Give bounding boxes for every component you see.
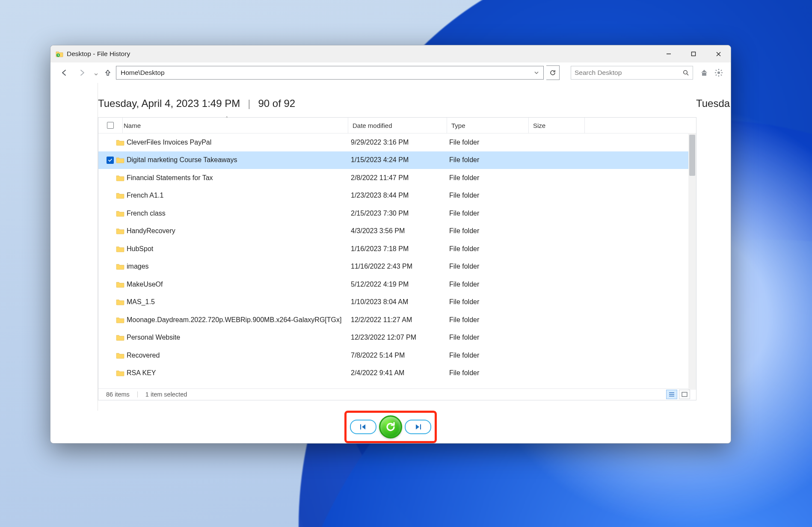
file-name: CleverFiles Invoices PayPal xyxy=(127,139,347,146)
file-name: HubSpot xyxy=(127,245,347,253)
maximize-button[interactable] xyxy=(681,45,706,62)
svg-rect-2 xyxy=(692,52,696,56)
previous-version-button[interactable] xyxy=(350,420,376,434)
file-date: 2/4/2022 9:41 AM xyxy=(347,369,445,377)
file-row[interactable]: MakeUseOf 5/12/2022 4:19 PM File folder xyxy=(98,275,696,293)
file-type: File folder xyxy=(445,245,526,253)
version-position: 90 of 92 xyxy=(258,98,295,110)
tutorial-highlight xyxy=(344,411,437,443)
file-name: RSA KEY xyxy=(127,369,347,377)
file-name: images xyxy=(127,263,347,270)
svg-rect-20 xyxy=(360,424,361,429)
vertical-scrollbar[interactable] xyxy=(688,133,696,390)
svg-point-5 xyxy=(684,70,687,74)
file-name: Financial Statements for Tax xyxy=(127,174,347,182)
file-type: File folder xyxy=(445,263,526,270)
details-view-toggle[interactable] xyxy=(666,390,677,399)
file-name: HandyRecovery xyxy=(127,227,347,235)
version-datetime: Tuesday, April 4, 2023 1:49 PM xyxy=(98,98,240,110)
close-button[interactable] xyxy=(706,45,731,62)
svg-rect-14 xyxy=(715,74,717,76)
file-type: File folder xyxy=(445,174,526,182)
version-timestamp: Tuesday, April 4, 2023 1:49 PM | 90 of 9… xyxy=(98,83,696,117)
file-row[interactable]: French A1.1 1/23/2023 8:44 PM File folde… xyxy=(98,187,696,205)
address-bar[interactable]: Home\Desktop xyxy=(116,66,544,80)
address-dropdown-icon[interactable] xyxy=(532,70,541,75)
back-button[interactable] xyxy=(56,65,72,80)
file-date: 12/23/2022 12:07 PM xyxy=(347,334,445,341)
folder-icon xyxy=(114,334,127,341)
file-type: File folder xyxy=(445,334,526,341)
restore-button[interactable] xyxy=(379,415,402,438)
select-all-checkbox[interactable] xyxy=(98,118,123,133)
file-row[interactable]: CleverFiles Invoices PayPal 9/29/2022 3:… xyxy=(98,133,696,151)
settings-button[interactable] xyxy=(713,67,725,79)
folder-icon xyxy=(114,246,127,252)
home-button[interactable] xyxy=(698,67,710,79)
column-header-type[interactable]: Type xyxy=(447,118,529,133)
folder-icon xyxy=(114,210,127,217)
scroll-thumb[interactable] xyxy=(689,135,695,176)
file-row[interactable]: HandyRecovery 4/3/2023 3:56 PM File fold… xyxy=(98,222,696,240)
current-version-panel: Tuesday, April 4, 2023 1:49 PM | 90 of 9… xyxy=(98,83,696,411)
next-version-button[interactable] xyxy=(405,420,431,434)
column-header-name[interactable]: ˄ Name xyxy=(123,118,348,133)
column-header-date[interactable]: Date modified xyxy=(348,118,447,133)
file-row[interactable]: Financial Statements for Tax 2/8/2022 11… xyxy=(98,169,696,187)
file-date: 5/12/2022 4:19 PM xyxy=(347,281,445,288)
column-header-size[interactable]: Size xyxy=(529,118,585,133)
file-row[interactable]: Digital marketing Course Takeaways 1/15/… xyxy=(98,151,696,169)
title-bar[interactable]: Desktop - File History xyxy=(50,45,731,62)
file-row[interactable]: HubSpot 1/16/2023 7:18 PM File folder xyxy=(98,240,696,258)
file-name: Personal Website xyxy=(127,334,347,341)
file-name: MAS_1.5 xyxy=(127,298,347,306)
file-history-window: Desktop - File History ⌄ xyxy=(50,45,731,444)
file-date: 12/2/2022 11:27 AM xyxy=(347,316,445,324)
folder-icon xyxy=(114,192,127,199)
search-placeholder: Search Desktop xyxy=(575,69,622,77)
file-row[interactable]: Personal Website 12/23/2022 12:07 PM Fil… xyxy=(98,329,696,347)
file-date: 11/16/2022 2:43 PM xyxy=(347,263,445,270)
file-row[interactable]: MAS_1.5 1/10/2023 8:04 AM File folder xyxy=(98,293,696,311)
file-name: Recovered xyxy=(127,352,347,359)
row-checkbox[interactable] xyxy=(107,157,114,164)
svg-rect-9 xyxy=(718,75,719,77)
file-row[interactable]: French class 2/15/2023 7:30 PM File fold… xyxy=(98,204,696,222)
up-button[interactable] xyxy=(102,65,113,80)
forward-button[interactable] xyxy=(74,65,90,80)
file-row[interactable]: Moonage.Daydream.2022.720p.WEBRip.900MB.… xyxy=(98,311,696,329)
file-name: French class xyxy=(127,210,347,217)
window-title: Desktop - File History xyxy=(67,50,130,58)
folder-icon xyxy=(114,263,127,270)
file-type: File folder xyxy=(445,227,526,235)
next-version-peek[interactable] xyxy=(696,83,731,411)
file-type: File folder xyxy=(445,156,526,164)
minimize-button[interactable] xyxy=(656,45,681,62)
history-dropdown-caret[interactable]: ⌄ xyxy=(92,68,100,77)
folder-icon xyxy=(114,317,127,323)
file-row[interactable]: RSA KEY 2/4/2022 9:41 AM File folder xyxy=(98,364,696,382)
thumbnails-view-toggle[interactable] xyxy=(679,390,690,399)
file-name: Digital marketing Course Takeaways xyxy=(127,156,347,164)
search-input[interactable]: Search Desktop xyxy=(571,66,693,80)
svg-rect-8 xyxy=(718,69,719,70)
file-name: French A1.1 xyxy=(127,192,347,199)
file-name: MakeUseOf xyxy=(127,281,347,288)
file-type: File folder xyxy=(445,281,526,288)
file-history-app-icon xyxy=(56,50,63,58)
file-date: 1/15/2023 4:24 PM xyxy=(347,156,445,164)
folder-icon xyxy=(114,299,127,305)
search-icon xyxy=(683,70,689,76)
history-area: Tuesday, April 4, 2023 1:49 PM | 90 of 9… xyxy=(50,83,731,411)
file-date: 9/29/2022 3:16 PM xyxy=(347,139,445,146)
file-row[interactable]: Recovered 7/8/2022 5:14 PM File folder xyxy=(98,346,696,364)
version-navigation-controls xyxy=(50,411,731,443)
address-text: Home\Desktop xyxy=(121,69,165,77)
svg-line-6 xyxy=(687,74,689,75)
previous-version-peek[interactable] xyxy=(50,83,98,411)
file-row[interactable]: images 11/16/2022 2:43 PM File folder xyxy=(98,258,696,276)
navigation-toolbar: ⌄ Home\Desktop Search Desktop xyxy=(50,62,731,83)
folder-icon xyxy=(114,157,127,163)
folder-icon xyxy=(114,281,127,288)
refresh-button[interactable] xyxy=(546,65,560,80)
